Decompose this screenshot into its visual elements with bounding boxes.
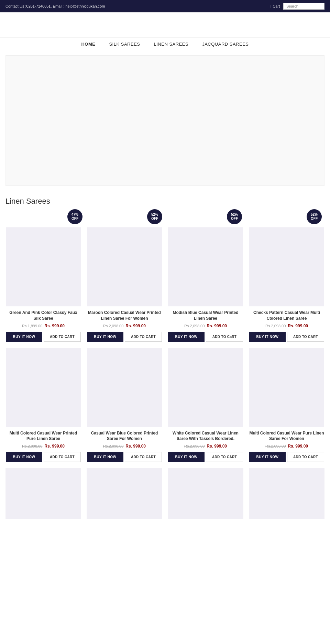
discount-badge-1: 47% OFF	[67, 209, 82, 224]
cart-link[interactable]: [ Cart	[271, 4, 280, 8]
sale-price-4: Rs. 999.00	[288, 324, 308, 328]
search-input[interactable]	[283, 3, 324, 10]
product-name-2: Maroon Colored Casual Wear Printed Linen…	[87, 310, 162, 321]
product-name-8: Multi Colored Casual Wear Pure Linen Sar…	[249, 430, 324, 442]
add-to-cart-button-6[interactable]: ADD TO CART	[125, 452, 162, 462]
product-card-partial-4	[246, 465, 327, 522]
product-image-partial-3	[168, 468, 243, 519]
product-image-6	[87, 348, 162, 427]
badge-slot-4: 52% OFF	[245, 209, 324, 224]
original-price-8: Rs.2,098.00	[265, 444, 286, 448]
add-to-cart-button-8[interactable]: ADD TO CART	[287, 452, 324, 462]
discount-badge-3: 52% OFF	[227, 209, 242, 224]
product-image-8	[249, 348, 324, 427]
price-row-3: Rs.2,098.00 Rs. 999.00	[168, 324, 243, 328]
buy-now-button-6[interactable]: BUY IT NOW	[87, 452, 123, 462]
product-card-2: Maroon Colored Casual Wear Printed Linen…	[84, 224, 165, 345]
product-image-1	[6, 227, 81, 306]
product-image-5	[6, 348, 81, 427]
price-row-7: Rs.2,098.00 Rs. 999.00	[168, 444, 243, 449]
add-to-cart-button-2[interactable]: ADD TO CART	[125, 332, 162, 342]
sale-price-5: Rs. 999.00	[44, 444, 65, 449]
product-card-partial-3	[165, 465, 246, 522]
buy-now-button-1[interactable]: BUY IT NOW	[6, 332, 42, 342]
section-title: Linen Sarees	[0, 190, 330, 209]
sale-price-2: Rs. 999.00	[125, 324, 146, 328]
product-image-partial-2	[87, 468, 162, 519]
discount-badge-2: 52% OFF	[147, 209, 162, 224]
product-card-4: Checks Pattern Casual Wear Multi Colored…	[246, 224, 327, 345]
buy-now-button-2[interactable]: BUY IT NOW	[87, 332, 123, 342]
product-card-7: White Colored Casual Wear Linen Saree Wi…	[165, 345, 246, 465]
product-image-2	[87, 227, 162, 306]
original-price-6: Rs.2,098.00	[103, 444, 123, 448]
nav-item-home[interactable]: HOME	[81, 42, 95, 47]
add-to-cart-button-1[interactable]: ADD TO CART	[44, 332, 81, 342]
product-name-6: Casual Wear Blue Colored Printed Saree F…	[87, 430, 162, 442]
product-name-5: Multi Colored Casual Wear Printed Pure L…	[6, 430, 81, 442]
buy-now-button-8[interactable]: BUY IT NOW	[249, 452, 286, 462]
product-card-partial-2	[84, 465, 165, 522]
product-name-7: White Colored Casual Wear Linen Saree Wi…	[168, 430, 243, 442]
product-image-7	[168, 348, 243, 427]
discount-badge-4: 52% OFF	[307, 209, 322, 224]
product-actions-3: BUY IT NOW ADD TO CaRT	[168, 332, 243, 342]
buy-now-button-7[interactable]: BUY IT NOW	[168, 452, 205, 462]
product-actions-4: BUY IT NOW ADD TO CART	[249, 332, 324, 342]
add-to-cart-button-5[interactable]: ADD TO CART	[44, 452, 81, 462]
buy-now-button-3[interactable]: BUY IT NOW	[168, 332, 205, 342]
badge-slot-1: 47% OFF	[6, 209, 85, 224]
product-actions-6: BUY IT NOW ADD TO CART	[87, 452, 162, 462]
logo-area	[0, 12, 330, 37]
sale-price-1: Rs. 999.00	[44, 324, 65, 328]
hero-banner	[6, 55, 324, 186]
nav-item-jacquard-sarees[interactable]: JACQUARD SAREES	[202, 42, 249, 47]
original-price-1: Rs.1,899.00	[22, 324, 42, 328]
price-row-4: Rs.2,098.00 Rs. 999.00	[249, 324, 324, 328]
add-to-cart-button-7[interactable]: ADD TO CART	[206, 452, 243, 462]
badge-slot-2: 52% OFF	[85, 209, 165, 224]
product-card-partial-1	[3, 465, 84, 522]
product-grid-row1: Green And Pink Color Classy Faux Silk Sa…	[0, 224, 330, 345]
buy-now-button-5[interactable]: BUY IT NOW	[6, 452, 42, 462]
product-card-8: Multi Colored Casual Wear Pure Linen Sar…	[246, 345, 327, 465]
price-row-5: Rs.2,098.00 Rs. 999.00	[6, 444, 81, 449]
add-to-cart-button-3[interactable]: ADD TO CaRT	[206, 332, 243, 342]
nav-item-linen-sarees[interactable]: LINEN SAREES	[154, 42, 189, 47]
product-image-4	[249, 227, 324, 306]
product-actions-8: BUY IT NOW ADD TO CART	[249, 452, 324, 462]
product-grid-row3-partial	[0, 465, 330, 522]
price-row-8: Rs.2,098.00 Rs. 999.00	[249, 444, 324, 449]
original-price-4: Rs.2,098.00	[265, 324, 286, 328]
sale-price-6: Rs. 999.00	[125, 444, 146, 449]
product-card-3: Modish Blue Casual Wear Printed Linen Sa…	[165, 224, 246, 345]
original-price-5: Rs.2,098.00	[22, 444, 42, 448]
product-grid-row2: Multi Colored Casual Wear Printed Pure L…	[0, 345, 330, 465]
product-actions-2: BUY IT NOW ADD TO CART	[87, 332, 162, 342]
main-nav: HOME SILK SAREES LINEN SAREES JACQUARD S…	[0, 37, 330, 51]
sale-price-3: Rs. 999.00	[207, 324, 227, 328]
contact-info: Contact Us :0261-7146051. Email : help@e…	[6, 4, 105, 8]
price-row-1: Rs.1,899.00 Rs. 999.00	[6, 324, 81, 328]
top-bar-right: [ Cart	[271, 3, 324, 10]
product-image-3	[168, 227, 243, 306]
product-card-1: Green And Pink Color Classy Faux Silk Sa…	[3, 224, 84, 345]
badge-slot-3: 52% OFF	[165, 209, 245, 224]
nav-item-silk-sarees[interactable]: SILK SAREES	[109, 42, 140, 47]
original-price-2: Rs.2,098.00	[103, 324, 123, 328]
top-bar: Contact Us :0261-7146051. Email : help@e…	[0, 0, 330, 12]
product-image-partial-4	[249, 468, 324, 519]
product-card-5: Multi Colored Casual Wear Printed Pure L…	[3, 345, 84, 465]
badges-row: 47% OFF 52% OFF 52% OFF 52% OFF	[0, 209, 330, 224]
product-name-4: Checks Pattern Casual Wear Multi Colored…	[249, 310, 324, 321]
add-to-cart-button-4[interactable]: ADD TO CART	[287, 332, 324, 342]
sale-price-7: Rs. 999.00	[207, 444, 227, 449]
product-name-3: Modish Blue Casual Wear Printed Linen Sa…	[168, 310, 243, 321]
buy-now-button-4[interactable]: BUY IT NOW	[249, 332, 286, 342]
product-image-partial-1	[6, 468, 81, 519]
product-actions-1: BUY IT NOW ADD TO CART	[6, 332, 81, 342]
price-row-6: Rs.2,098.00 Rs. 999.00	[87, 444, 162, 449]
product-actions-5: BUY IT NOW ADD TO CART	[6, 452, 81, 462]
price-row-2: Rs.2,098.00 Rs. 999.00	[87, 324, 162, 328]
logo[interactable]	[148, 18, 182, 30]
